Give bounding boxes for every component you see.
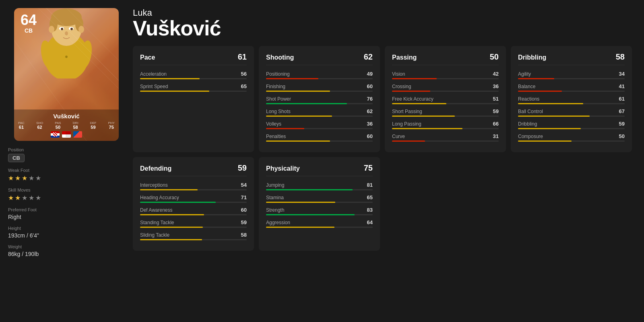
stat-value: 34 bbox=[619, 71, 625, 77]
stat-row: Shot Power 76 bbox=[266, 96, 373, 104]
stat-bar-fill bbox=[140, 227, 203, 228]
stat-row: Aggression 64 bbox=[266, 219, 373, 228]
weight-label: Weight bbox=[8, 244, 121, 249]
stat-bar-bg bbox=[518, 91, 625, 92]
category-header: Shooting 62 bbox=[266, 52, 373, 65]
stat-bar-fill bbox=[392, 78, 437, 79]
height-row: Height 193cm / 6'4" bbox=[8, 226, 121, 239]
category-pace: Pace 61 Acceleration 56 Sprint Speed 65 bbox=[133, 46, 254, 152]
stat-value: 41 bbox=[619, 83, 625, 89]
skill-star-2: ★ bbox=[15, 194, 21, 202]
skill-star-1: ★ bbox=[8, 194, 14, 202]
stat-row: Positioning 49 bbox=[266, 71, 373, 79]
stat-bar-bg bbox=[266, 103, 373, 104]
stat-row: Balance 41 bbox=[518, 83, 625, 92]
stat-name: Interceptions bbox=[140, 182, 168, 188]
stat-bar-fill bbox=[140, 202, 216, 203]
stat-row: Agility 34 bbox=[518, 71, 625, 79]
stat-bar-fill bbox=[140, 78, 200, 79]
stat-row: Finishing 60 bbox=[266, 83, 373, 92]
stat-value: 59 bbox=[619, 121, 625, 127]
stat-name: Dribbling bbox=[518, 121, 537, 127]
weak-foot-row: Weak Foot ★ ★ ★ ★ ★ bbox=[8, 168, 121, 182]
category-header: Passing 50 bbox=[392, 52, 499, 65]
stat-bar-fill bbox=[266, 140, 330, 142]
height-value: 193cm / 6'4" bbox=[8, 232, 121, 239]
stat-bar-fill bbox=[266, 78, 318, 79]
stat-bar-bg bbox=[266, 128, 373, 129]
card-rating: 64 bbox=[21, 13, 37, 27]
star-5: ★ bbox=[35, 174, 41, 182]
stat-bar-fill bbox=[266, 189, 353, 190]
skill-moves-row: Skill Moves ★ ★ ★ ★ ★ bbox=[8, 188, 121, 202]
height-label: Height bbox=[8, 226, 121, 231]
stat-row: Ball Control 67 bbox=[518, 108, 625, 117]
stat-name: Sprint Speed bbox=[140, 84, 168, 89]
category-shooting: Shooting 62 Positioning 49 Finishing 60 … bbox=[259, 46, 380, 152]
star-1: ★ bbox=[8, 174, 14, 182]
stat-bar-bg bbox=[140, 91, 247, 92]
stat-row: Dribbling 59 bbox=[518, 121, 625, 129]
stat-bar-fill bbox=[518, 116, 590, 117]
stat-name: Vision bbox=[392, 71, 405, 77]
skill-star-3: ★ bbox=[22, 194, 27, 202]
category-score: 58 bbox=[616, 52, 625, 62]
stat-row: Strength 83 bbox=[266, 207, 373, 215]
stat-row: Crossing 36 bbox=[392, 83, 499, 92]
stat-name: Long Passing bbox=[392, 121, 421, 127]
stat-name: Long Shots bbox=[266, 109, 291, 114]
stat-row: Jumping 81 bbox=[266, 182, 373, 190]
stat-row: Heading Accuracy 71 bbox=[140, 194, 247, 203]
stat-bar-bg bbox=[140, 78, 247, 79]
stat-name: Heading Accuracy bbox=[140, 195, 179, 200]
stat-bar-bg bbox=[140, 214, 247, 215]
stat-bar-bg bbox=[140, 202, 247, 203]
stat-name: Volleys bbox=[266, 121, 281, 127]
stat-bar-bg bbox=[266, 227, 373, 228]
stat-row: Long Shots 62 bbox=[266, 108, 373, 117]
stat-value: 56 bbox=[241, 71, 247, 77]
stat-bar-bg bbox=[140, 227, 247, 228]
stat-row: Free Kick Accuracy 51 bbox=[392, 96, 499, 104]
stat-row: Acceleration 56 bbox=[140, 71, 247, 79]
stat-value: 83 bbox=[367, 207, 373, 213]
category-score: 62 bbox=[364, 52, 373, 62]
stat-row: Volleys 36 bbox=[266, 121, 373, 129]
position-label: Position bbox=[8, 147, 121, 152]
stat-bar-bg bbox=[392, 78, 499, 79]
stat-bar-bg bbox=[266, 116, 373, 117]
card-rating-area: 64 CB bbox=[21, 13, 37, 34]
stat-bar-fill bbox=[266, 227, 334, 228]
stat-name: Sliding Tackle bbox=[140, 232, 169, 238]
stat-name: Ball Control bbox=[518, 109, 543, 114]
stat-value: 66 bbox=[493, 121, 499, 127]
category-name: Passing bbox=[392, 54, 417, 61]
stat-name: Strength bbox=[266, 207, 284, 213]
stat-bar-bg bbox=[392, 116, 499, 117]
stat-bar-bg bbox=[392, 91, 499, 92]
card-position: CB bbox=[21, 27, 37, 34]
star-2: ★ bbox=[15, 174, 21, 182]
stat-value: 60 bbox=[241, 207, 247, 213]
stat-name: Acceleration bbox=[140, 71, 167, 77]
category-defending: Defending 59 Interceptions 54 Heading Ac… bbox=[133, 157, 254, 251]
stat-value: 65 bbox=[241, 83, 247, 89]
category-passing: Passing 50 Vision 42 Crossing 36 Free Ki… bbox=[385, 46, 506, 152]
stat-value: 61 bbox=[619, 96, 625, 102]
stat-name: Short Passing bbox=[392, 109, 422, 114]
category-score: 61 bbox=[238, 52, 247, 62]
svg-line-2 bbox=[66, 8, 119, 60]
skill-star-4: ★ bbox=[29, 194, 34, 202]
stat-bar-fill bbox=[266, 214, 355, 215]
stat-name: Reactions bbox=[518, 96, 539, 102]
position-row: Position CB bbox=[8, 147, 121, 162]
skill-moves-label: Skill Moves bbox=[8, 188, 121, 192]
stat-bar-fill bbox=[266, 128, 304, 129]
stat-name: Curve bbox=[392, 134, 405, 139]
stat-value: 65 bbox=[367, 194, 373, 200]
category-name: Shooting bbox=[266, 54, 294, 61]
stat-row: Long Passing 66 bbox=[392, 121, 499, 129]
stat-name: Composure bbox=[518, 134, 543, 139]
category-name: Defending bbox=[140, 165, 171, 172]
stat-value: 42 bbox=[493, 71, 499, 77]
